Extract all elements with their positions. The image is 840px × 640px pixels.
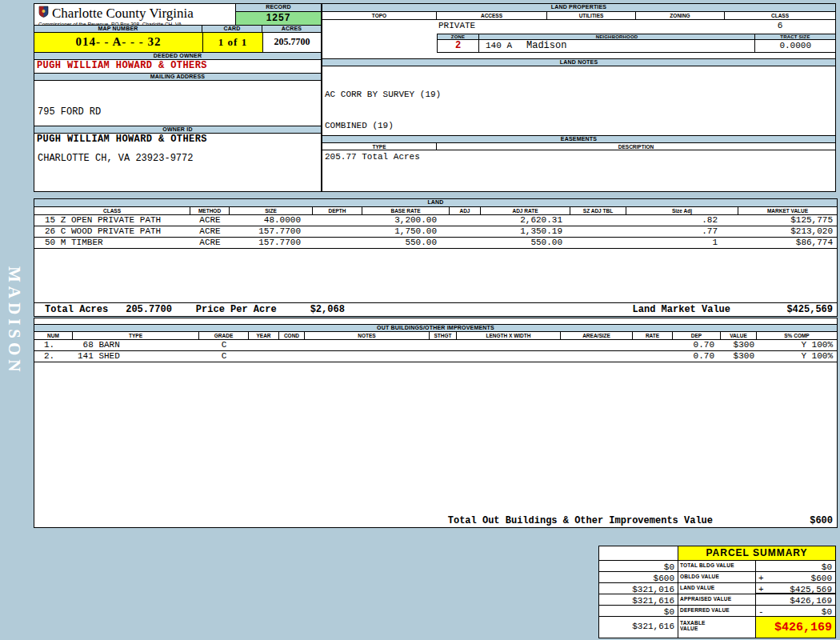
land-col-header: SIZE — [230, 207, 313, 214]
cell-cond — [279, 340, 305, 350]
cell-size: 48.0000 — [230, 215, 313, 226]
tract-size-label: TRACT SIZE — [755, 34, 835, 40]
access-value: PRIVATE — [437, 20, 547, 34]
mailing-address-block: 795 FORD RD CHARLOTTE CH, VA 23923-9772 — [34, 81, 321, 126]
out-buildings-total-label: Total Out Buildings & Other Improvements… — [448, 515, 713, 526]
cell-type: 141 SHED — [73, 351, 199, 362]
out-buildings-total-row: Total Out Buildings & Other Improvements… — [34, 514, 837, 527]
cell-type: 68 BARN — [73, 340, 199, 350]
cell-num: 1. — [34, 340, 73, 350]
mailing-address-label: MAILING ADDRESS — [34, 73, 321, 81]
ob-col-header: TYPE — [73, 332, 199, 339]
ob-col-header: RATE — [633, 332, 673, 339]
land-properties-panel: LAND PROPERTIES TOPO ACCESS UTILITIES ZO… — [322, 3, 836, 192]
neighborhood-label: NEIGHBORHOOD — [479, 34, 755, 40]
ps-label: TAXABLE VALUE — [678, 617, 756, 638]
land-table-title: LAND — [34, 199, 837, 207]
ps-left-value: $321,616 — [599, 594, 678, 606]
county-title: Charlotte County Virginia — [52, 6, 194, 21]
cell-sz-adj-tbl — [570, 215, 626, 226]
cell-sz-adj-tbl — [570, 238, 626, 248]
cell-num: 2. — [34, 351, 73, 362]
ps-label: TOTAL BLDG VALUE — [678, 561, 756, 572]
taxable-value-amount: $426,169 — [756, 617, 835, 638]
cell-cond — [279, 351, 305, 362]
land-col-header: METHOD — [190, 207, 230, 214]
cell-depth — [313, 226, 362, 237]
land-table-header: CLASS METHOD SIZE DEPTH BASE RATE ADJ AD… — [34, 207, 837, 215]
cell-method: ACRE — [190, 238, 230, 248]
cell-market-value: $86,774 — [738, 238, 837, 248]
cell-adj-rate: 1,350.19 — [481, 226, 570, 237]
zone-label: ZONE — [437, 34, 479, 40]
ob-col-header: VALUE — [721, 332, 757, 339]
tract-size-value: 0.0000 — [755, 40, 835, 52]
ps-label: APPRAISED VALUE — [678, 594, 756, 606]
cell-length-width — [457, 351, 561, 362]
cell-s-comp: Y 100% — [757, 351, 837, 362]
cell-year — [249, 351, 279, 362]
ob-col-header: COND — [279, 332, 305, 339]
cell-base-rate: 550.00 — [362, 238, 450, 248]
land-note-line: 205.77 Total Acres — [325, 152, 835, 162]
out-buildings-title: OUT BUILDINGS/OTHER IMPROVEMENTS — [34, 324, 837, 332]
land-col-header: DEPTH — [313, 207, 362, 214]
cell-method: ACRE — [190, 226, 230, 237]
ps-label: LAND VALUE — [678, 583, 756, 594]
cell-method: ACRE — [190, 215, 230, 226]
acres-label: ACRES — [262, 25, 321, 33]
out-building-row: 2. 141 SHED C 0.70 $300 Y 100% — [34, 351, 837, 362]
ps-left-value: $321,016 — [599, 583, 678, 594]
lp-col-topo: TOPO — [322, 12, 437, 19]
cell-base-rate: 3,200.00 — [362, 215, 450, 226]
cell-dep: 0.70 — [673, 340, 721, 350]
lp-col-utilities: UTILITIES — [547, 12, 636, 19]
cell-size: 157.7700 — [230, 226, 313, 237]
ps-right-cell: $0 — [756, 561, 835, 572]
easements-title: EASEMENTS — [322, 135, 835, 143]
total-acres-value: 205.7700 — [126, 304, 172, 315]
ps-spacer-cell — [599, 546, 678, 561]
cell-length-width — [457, 340, 561, 350]
cell-grade: C — [199, 351, 249, 362]
cell-rate — [633, 351, 673, 362]
cell-class: 50 M TIMBER — [34, 238, 190, 248]
property-record-card: MADISON Charlotte County Virginia Commis… — [0, 0, 840, 640]
land-col-header: MARKET VALUE — [738, 207, 837, 214]
cell-value: $300 — [721, 351, 757, 362]
ps-left-value: $0 — [599, 561, 678, 572]
cell-market-value: $125,775 — [738, 215, 837, 226]
cell-rate — [633, 340, 673, 350]
ob-col-header: GRADE — [199, 332, 249, 339]
ps-amount: $600 — [811, 574, 832, 582]
ob-col-header: NUM — [34, 332, 73, 339]
map-number-value: 014- - A- - - 32 — [34, 33, 202, 52]
land-col-header: ADJ RATE — [481, 207, 570, 214]
cell-year — [249, 340, 279, 350]
ps-operator: + — [758, 574, 764, 582]
land-col-header: CLASS — [34, 207, 190, 214]
ps-left-value: $0 — [599, 606, 678, 617]
cell-class: 15 Z OPEN PRIVATE PATH — [34, 215, 190, 226]
total-acres-label: Total Acres — [45, 304, 108, 315]
parcel-summary-title: PARCEL SUMMARY — [678, 546, 835, 561]
class-value: 6 — [725, 20, 835, 34]
cell-depth — [313, 238, 362, 248]
out-buildings-header: NUM TYPE GRADE YEAR COND NOTES STHGT LEN… — [34, 332, 837, 340]
ob-col-header: NOTES — [305, 332, 430, 339]
acres-value: 205.7700 — [262, 33, 321, 52]
cell-area-size — [561, 340, 633, 350]
parcel-summary-panel: PARCEL SUMMARY $0 TOTAL BLDG VALUE $0 $6… — [598, 546, 836, 638]
cell-notes — [305, 340, 430, 350]
land-notes-block: AC CORR BY SURVEY (19) COMBINED (19) 205… — [322, 66, 835, 135]
cell-sthgt — [430, 351, 457, 362]
cell-depth — [313, 215, 362, 226]
cell-notes — [305, 351, 430, 362]
mailing-address-line2: CHARLOTTE CH, VA 23923-9772 — [38, 153, 321, 164]
ps-amount: $426,169 — [790, 596, 832, 605]
ps-amount: $426,169 — [774, 621, 832, 634]
map-number-label: MAP NUMBER — [34, 25, 202, 33]
record-label: RECORD — [236, 4, 321, 12]
out-buildings-total-value: $600 — [713, 515, 833, 526]
land-col-header: ADJ — [450, 207, 481, 214]
